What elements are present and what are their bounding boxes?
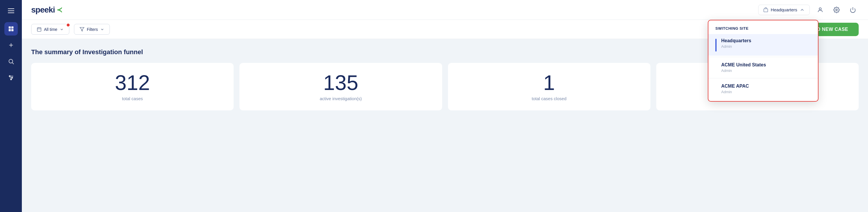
stat-number-cases-closed: 1 [543, 72, 555, 93]
profile-button[interactable] [814, 4, 826, 16]
all-time-label: All time [44, 27, 57, 32]
gear-icon [833, 7, 840, 13]
stat-card-cases-closed: 1 total cases closed [448, 63, 650, 110]
svg-rect-0 [8, 27, 10, 29]
site-option-acme-apac[interactable]: ACME APAC Admin [708, 80, 818, 98]
header-right: Headquarters [758, 4, 859, 16]
svg-point-13 [10, 79, 12, 80]
site-option-name-hq: Headquarters [721, 38, 751, 43]
svg-rect-3 [11, 29, 13, 31]
header: speeki ≺ Headquarters [22, 0, 868, 20]
logo-arrow: ≺ [57, 6, 62, 14]
chevron-down-icon [60, 27, 64, 31]
sidebar-item-filters[interactable] [4, 71, 18, 85]
settings-button[interactable] [831, 4, 842, 16]
hamburger-menu[interactable] [5, 5, 17, 16]
all-time-button[interactable]: All time [31, 24, 69, 35]
site-option-info-hq: Headquarters Admin [721, 38, 751, 49]
notification-dot [66, 23, 70, 27]
site-option-role-us: Admin [721, 68, 766, 73]
filter-icon [80, 27, 85, 32]
logo: speeki ≺ [31, 5, 62, 14]
calendar-icon [37, 27, 42, 32]
building-icon [763, 7, 768, 12]
filters-label: Filters [87, 27, 98, 32]
sidebar-item-dashboard[interactable] [4, 22, 18, 35]
site-option-role-hq: Admin [721, 44, 751, 49]
sidebar [0, 0, 22, 212]
site-selector[interactable]: Headquarters [758, 5, 810, 15]
stat-number-total-cases: 312 [115, 72, 150, 93]
sidebar-item-add[interactable] [4, 38, 18, 52]
site-option-name-us: ACME United States [721, 62, 766, 67]
chevron-up-icon [800, 7, 805, 12]
filters-button[interactable]: Filters [74, 24, 110, 35]
stat-label-cases-closed: total cases closed [532, 96, 566, 101]
user-icon [817, 7, 824, 13]
switching-site-label: SWITCHING SITE [708, 26, 818, 34]
site-option-acme-us[interactable]: ACME United States Admin [708, 58, 818, 77]
stat-label-total-cases: total cases [122, 96, 143, 101]
stat-label-active-investigations: active investigation(s) [320, 96, 362, 101]
stat-card-total-cases: 312 total cases [31, 63, 234, 110]
svg-point-18 [819, 7, 821, 10]
site-option-headquarters[interactable]: Headquarters Admin [708, 34, 818, 56]
site-switching-dropdown: SWITCHING SITE Headquarters Admin ACME U… [708, 20, 818, 102]
power-button[interactable] [847, 4, 859, 16]
site-option-info-apac: ACME APAC Admin [715, 84, 749, 94]
site-option-info-us: ACME United States Admin [715, 62, 766, 73]
svg-rect-1 [11, 27, 13, 29]
svg-point-6 [9, 59, 12, 63]
site-option-role-apac: Admin [721, 90, 749, 94]
svg-marker-25 [80, 27, 84, 31]
svg-line-7 [12, 63, 14, 64]
stat-number-active-investigations: 135 [323, 72, 358, 93]
power-icon [850, 7, 856, 13]
selected-indicator [715, 39, 716, 52]
site-option-name-apac: ACME APAC [721, 84, 749, 89]
svg-point-11 [9, 76, 10, 77]
chevron-down-icon2 [100, 27, 104, 31]
stat-card-active-investigations: 135 active investigation(s) [240, 63, 442, 110]
sidebar-item-search[interactable] [4, 55, 18, 68]
svg-rect-14 [764, 9, 768, 12]
logo-text: speeki [31, 5, 55, 14]
main-content: speeki ≺ Headquarters All time [22, 0, 868, 212]
svg-point-19 [836, 9, 837, 11]
svg-point-12 [11, 77, 12, 78]
divider-1 [708, 57, 818, 57]
svg-rect-2 [8, 29, 10, 31]
svg-rect-21 [37, 28, 41, 31]
site-selector-label: Headquarters [771, 7, 797, 12]
